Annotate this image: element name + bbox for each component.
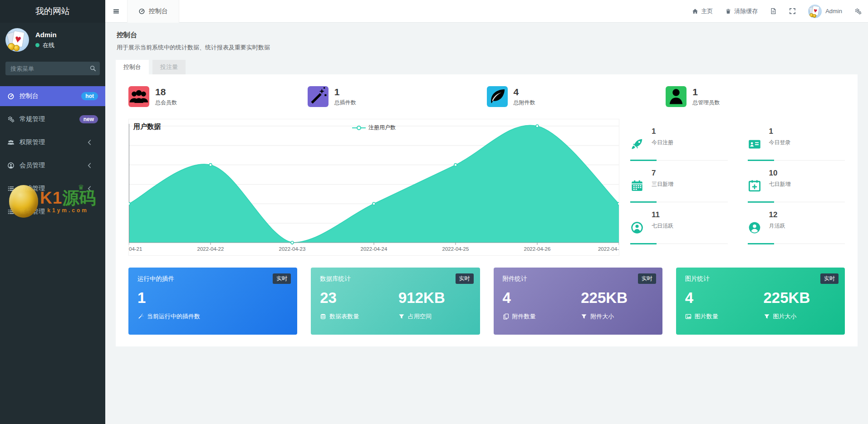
stat-tile-总插件数: 1总插件数 [308,86,487,107]
card-title: 图片统计 [685,275,836,283]
side-stat-value: 11 [652,210,673,219]
online-status: 在线 [35,41,57,49]
menu-badge: new [79,115,98,123]
menu-search-input[interactable] [5,62,100,75]
sidebar-item-label: 权限管理 [20,138,45,146]
stat-label: 总会员数 [155,99,177,107]
side-stat-value: 10 [769,169,791,178]
side-stat-label: 三日新增 [652,180,673,188]
dashboard-panel: 18总会员数1总插件数4总附件数1总管理员数 用户数据 注册用户数 04-212… [116,74,858,346]
chart-legend[interactable]: 注册用户数 [352,124,396,132]
stat-label: 总附件数 [514,99,535,107]
realtime-cards-row: 运行中的插件实时1当前运行中的插件数数据库统计实时23数据表数量912KB占用空… [128,268,845,335]
stat-tile-总会员数: 18总会员数 [128,86,308,107]
card-附件统计: 附件统计实时4附件数量225KB附件大小 [494,268,662,335]
side-stat-月活跃: 12月活跃 [748,202,845,244]
sidebar-item-会员管理[interactable]: 会员管理 [0,156,105,175]
chevron-left-icon [86,185,93,192]
stat-value: 4 [514,87,535,97]
sidebar-item-控制台[interactable]: 控制台hot [0,86,105,106]
chart-title: 用户数据 [133,122,161,131]
top-navbar: 控制台 主页 清除缓存 ♥ Admin [105,0,868,23]
tab-投注量[interactable]: 投注量 [152,60,186,74]
site-title: 我的网站 [0,0,105,23]
sidebar-item-权限管理[interactable]: 权限管理 [0,132,105,152]
card-footer-label: 数据表数量 [329,312,359,321]
navbar-tab-dashboard[interactable]: 控制台 [127,0,179,23]
card-footer-label: 图片大小 [773,312,797,321]
side-stat-value: 7 [652,169,673,178]
hamburger-icon [113,8,120,15]
card-footer: 附件数量 [503,312,581,321]
sidebar-item-label: 常规管理 [20,115,45,123]
online-dot [35,43,39,47]
svg-text:2022-04-26: 2022-04-26 [524,246,551,252]
main-content: 控制台 用于展示当前系统中的统计数据、统计报表及重要实时数据 控制台投注量 18… [105,0,868,346]
gauge-icon [7,93,15,100]
svg-text:2022-04-22: 2022-04-22 [197,246,224,252]
user-group-icon [7,139,15,146]
page-title: 控制台 [117,31,857,39]
side-stat-value: 1 [769,127,791,136]
database-icon [320,313,326,320]
fullscreen-icon[interactable] [789,8,796,15]
side-stats-grid: 1今日注册1今日登录7三日新增10七日新增11七日活跃12月活跃 [630,119,845,256]
clear-cache-button[interactable]: 清除缓存 [725,7,758,15]
sidebar-toggle-button[interactable] [105,0,127,23]
sidebar-menu: 控制台hot常规管理new权限管理会员管理游戏管理账单管理 [0,82,105,222]
user-group-icon [128,86,149,107]
home-link[interactable]: 主页 [692,7,713,15]
stat-value: 18 [155,87,177,97]
avatar: ♥ [5,28,29,52]
sidebar-item-常规管理[interactable]: 常规管理new [0,109,105,129]
card-value: 4 [685,289,764,307]
stat-tiles-row: 18总会员数1总插件数4总附件数1总管理员数 [128,86,845,107]
docs-icon[interactable] [770,8,777,15]
realtime-badge: 实时 [638,273,656,284]
sidebar-item-游戏管理[interactable]: 游戏管理 [0,179,105,199]
legend-marker-icon [352,126,366,130]
card-footer: 图片数量 [685,312,764,321]
card-title: 运行中的插件 [137,275,288,283]
trash-icon [725,8,731,15]
sidebar-item-账单管理[interactable]: 账单管理 [0,202,105,222]
filter-icon [581,313,587,320]
list-icon [7,185,15,192]
user-menu[interactable]: ♥ Admin [808,5,842,18]
card-value: 225KB [581,289,653,307]
user-data-chart: 用户数据 注册用户数 04-212022-04-222022-04-232022… [128,119,619,256]
calendar-icon [630,170,644,202]
sidebar-username: Admin [35,31,57,39]
user-circle-icon [630,211,644,244]
stat-tile-总管理员数: 1总管理员数 [666,86,845,107]
side-stat-label: 月活跃 [769,222,785,230]
stat-label: 总管理员数 [692,99,720,107]
svg-text:2022-04-24: 2022-04-24 [361,246,387,252]
side-stat-value: 12 [769,210,785,219]
card-footer-label: 附件数量 [512,312,536,321]
tab-控制台[interactable]: 控制台 [116,60,149,74]
realtime-badge: 实时 [456,273,474,284]
user-panel: ♥ Admin 在线 [0,23,105,58]
wand-icon [308,86,329,107]
realtime-badge: 实时 [820,273,839,284]
sidebar-item-label: 控制台 [20,92,39,100]
svg-text:2022-04-: 2022-04- [598,246,619,252]
side-stat-三日新增: 7三日新增 [630,161,728,202]
chevron-left-icon [86,162,93,169]
rocket-icon [630,128,644,160]
content-tabs: 控制台投注量 [116,60,858,74]
leaf-icon [487,86,508,107]
card-value: 1 [137,289,216,307]
svg-text:2022-04-25: 2022-04-25 [442,246,469,252]
card-数据库统计: 数据库统计实时23数据表数量912KB占用空间 [311,268,480,335]
gauge-icon [138,8,145,15]
card-footer: 图片大小 [764,312,836,321]
side-stat-value: 1 [652,127,673,136]
settings-gears-icon[interactable] [854,8,862,15]
card-footer-label: 当前运行中的插件数 [147,312,200,321]
user-icon [666,86,687,107]
card-footer: 附件大小 [581,312,653,321]
sidebar-item-label: 账单管理 [20,208,45,216]
card-value: 23 [320,289,398,307]
